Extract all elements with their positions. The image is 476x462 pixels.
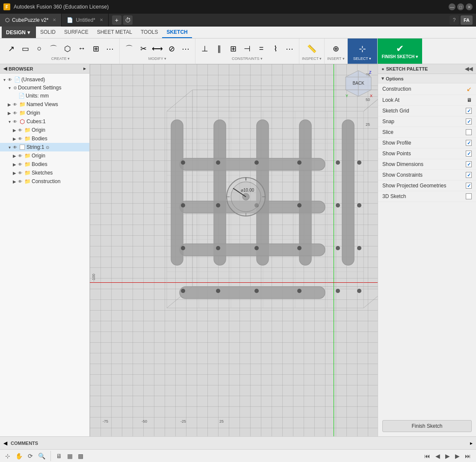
tab-sketch[interactable]: SKETCH bbox=[162, 27, 192, 38]
more-modify-btn[interactable]: ⋯ bbox=[179, 42, 192, 56]
comments-expand-right[interactable]: ▸ bbox=[470, 440, 473, 446]
palette-row-snap[interactable]: Snap bbox=[378, 116, 476, 127]
tree-item-string1[interactable]: ▾ 👁 String:1 ⊙ bbox=[0, 143, 89, 151]
tab-sheet-metal[interactable]: SHEET METAL bbox=[93, 27, 136, 38]
tree-item-units[interactable]: 📄 Units: mm bbox=[0, 92, 89, 100]
minimize-button[interactable]: — bbox=[449, 3, 455, 10]
maximize-button[interactable]: □ bbox=[457, 3, 464, 10]
tab-tools[interactable]: TOOLS bbox=[136, 27, 162, 38]
palette-pin-btn[interactable]: ◀◀ bbox=[465, 66, 473, 72]
palette-row-show-dimensions[interactable]: Show Dimensions bbox=[378, 159, 476, 170]
eye-bodies-string[interactable]: 👁 bbox=[17, 161, 23, 167]
arc-tool-btn[interactable]: ⌒ bbox=[47, 42, 60, 56]
eye-origin-top[interactable]: 👁 bbox=[12, 110, 18, 116]
palette-row-look-at[interactable]: Look At 🖥 bbox=[378, 95, 476, 106]
tree-item-construction[interactable]: ▶ 👁 📁 Construction bbox=[0, 177, 89, 186]
palette-row-construction[interactable]: Construction ↙ bbox=[378, 83, 476, 95]
select-btn[interactable]: ⊹ bbox=[355, 42, 369, 56]
tab-untitled[interactable]: 📄 Untitled* ✕ bbox=[62, 14, 108, 27]
toggle-origin-string[interactable]: ▶ bbox=[12, 153, 17, 158]
palette-row-sketch-grid[interactable]: Sketch Grid bbox=[378, 106, 476, 116]
user-avatar[interactable]: FA bbox=[461, 15, 473, 25]
toggle-doc-settings[interactable]: ▾ bbox=[7, 85, 12, 90]
eye-named-views[interactable]: 👁 bbox=[12, 101, 18, 107]
bottom-grid-icon[interactable]: ▦ bbox=[65, 452, 74, 460]
toggle-named-views[interactable]: ▶ bbox=[7, 102, 12, 107]
palette-row-slice[interactable]: Slice bbox=[378, 127, 476, 138]
palette-row-show-constraints[interactable]: Show Constraints bbox=[378, 170, 476, 181]
tree-item-bodies-cubes[interactable]: ▶ 👁 📁 Bodies bbox=[0, 134, 89, 143]
3d-sketch-checkbox[interactable] bbox=[466, 193, 472, 199]
tab-history-button[interactable]: ⏱ bbox=[123, 15, 133, 25]
eye-unsaved[interactable]: 👁 bbox=[7, 77, 13, 83]
browser-expand-icon[interactable]: ▸ bbox=[83, 66, 86, 71]
tree-item-origin-top[interactable]: ▶ 👁 📁 Origin bbox=[0, 109, 89, 117]
view-cube[interactable]: BACK X Y Z bbox=[343, 68, 373, 98]
tab-solid[interactable]: SOLID bbox=[36, 27, 60, 38]
toggle-origin-cubes[interactable]: ▶ bbox=[12, 127, 17, 133]
bottom-anim-next[interactable]: ▶ bbox=[453, 452, 461, 460]
show-projected-checkbox[interactable] bbox=[466, 183, 472, 189]
measure-btn[interactable]: 📏 bbox=[305, 42, 319, 56]
tab-cubepuzzle[interactable]: ⬡ CubePuzzle v2* ✕ bbox=[0, 14, 62, 27]
tree-item-named-views[interactable]: ▶ 👁 📁 Named Views bbox=[0, 100, 89, 109]
bottom-move-icon[interactable]: ✋ bbox=[14, 452, 24, 460]
toggle-string1[interactable]: ▾ bbox=[7, 145, 12, 150]
bottom-more-icon[interactable]: ▩ bbox=[76, 452, 85, 460]
eye-origin-cubes[interactable]: 👁 bbox=[17, 127, 23, 133]
eye-origin-string[interactable]: 👁 bbox=[17, 153, 23, 159]
collinear-btn[interactable]: ∥ bbox=[212, 42, 226, 56]
polygon-tool-btn[interactable]: ⬡ bbox=[61, 42, 74, 56]
palette-row-show-projected[interactable]: Show Projected Geometries bbox=[378, 181, 476, 191]
eye-sketches[interactable]: 👁 bbox=[17, 170, 23, 176]
3d-model-view[interactable]: ⌀10.00 bbox=[133, 77, 378, 351]
tree-item-doc-settings[interactable]: ▾ ⚙ Document Settings bbox=[0, 84, 89, 92]
more-constraints-btn[interactable]: ⋯ bbox=[283, 42, 296, 56]
snap-control[interactable] bbox=[466, 118, 472, 124]
show-constraints-checkbox[interactable] bbox=[466, 172, 472, 178]
tab-close-cubepuzzle[interactable]: ✕ bbox=[53, 18, 56, 22]
show-dimensions-control[interactable] bbox=[466, 161, 472, 167]
show-projected-control[interactable] bbox=[466, 183, 472, 189]
show-constraints-control[interactable] bbox=[466, 172, 472, 178]
break-btn[interactable]: ⊘ bbox=[165, 42, 178, 56]
comments-expand-icon[interactable]: ◀ bbox=[3, 440, 7, 446]
bottom-select-icon[interactable]: ⊹ bbox=[3, 452, 12, 460]
circle-tool-btn[interactable]: ○ bbox=[33, 42, 46, 56]
eye-bodies-cubes[interactable]: 👁 bbox=[17, 136, 23, 142]
design-button[interactable]: DESIGN ▾ bbox=[2, 27, 36, 38]
toggle-sketches[interactable]: ▶ bbox=[12, 170, 17, 175]
trim-btn[interactable]: ✂ bbox=[136, 42, 150, 56]
extend-btn[interactable]: ⟷ bbox=[151, 42, 164, 56]
eye-string1[interactable]: 👁 bbox=[12, 144, 18, 150]
show-profile-control[interactable] bbox=[466, 140, 472, 146]
palette-row-show-profile[interactable]: Show Profile bbox=[378, 138, 476, 148]
slice-checkbox[interactable] bbox=[466, 129, 472, 135]
tree-item-cubes1[interactable]: ▾ 👁 ⬡ Cubes:1 bbox=[0, 117, 89, 126]
bottom-anim-start[interactable]: ⏮ bbox=[423, 452, 432, 460]
tree-item-sketches[interactable]: ▶ 👁 📁 Sketches bbox=[0, 169, 89, 177]
eye-cubes1[interactable]: 👁 bbox=[12, 118, 18, 124]
tree-item-origin-cubes[interactable]: ▶ 👁 📁 Origin bbox=[0, 126, 89, 134]
toggle-origin-top[interactable]: ▶ bbox=[7, 110, 12, 116]
bottom-anim-end[interactable]: ⏭ bbox=[463, 452, 473, 460]
tab-close-untitled[interactable]: ✕ bbox=[100, 18, 103, 22]
palette-options-header[interactable]: ▾ Options bbox=[378, 74, 476, 83]
new-tab-button[interactable]: + bbox=[112, 15, 121, 25]
parallel-btn[interactable]: ⊞ bbox=[226, 42, 240, 56]
bottom-anim-play[interactable]: ▶ bbox=[443, 452, 452, 460]
rect-tool-btn[interactable]: ▭ bbox=[18, 42, 32, 56]
toggle-cubes1[interactable]: ▾ bbox=[7, 119, 12, 124]
bottom-view-icon[interactable]: 🖥 bbox=[54, 452, 64, 460]
toggle-bodies-cubes[interactable]: ▶ bbox=[12, 136, 17, 141]
tree-item-origin-string[interactable]: ▶ 👁 📁 Origin bbox=[0, 151, 89, 160]
coincident-btn[interactable]: ⊥ bbox=[198, 42, 212, 56]
insert-btn[interactable]: ⊕ bbox=[329, 42, 343, 56]
project-tool-btn[interactable]: ⊞ bbox=[89, 42, 103, 56]
sketch-grid-control[interactable] bbox=[466, 108, 472, 114]
help-button[interactable]: ? bbox=[449, 15, 459, 25]
toggle-construction[interactable]: ▶ bbox=[12, 179, 17, 184]
finish-sketch-palette-button[interactable]: Finish Sketch bbox=[382, 420, 472, 432]
sketch-grid-checkbox[interactable] bbox=[466, 108, 472, 114]
show-dimensions-checkbox[interactable] bbox=[466, 161, 472, 167]
